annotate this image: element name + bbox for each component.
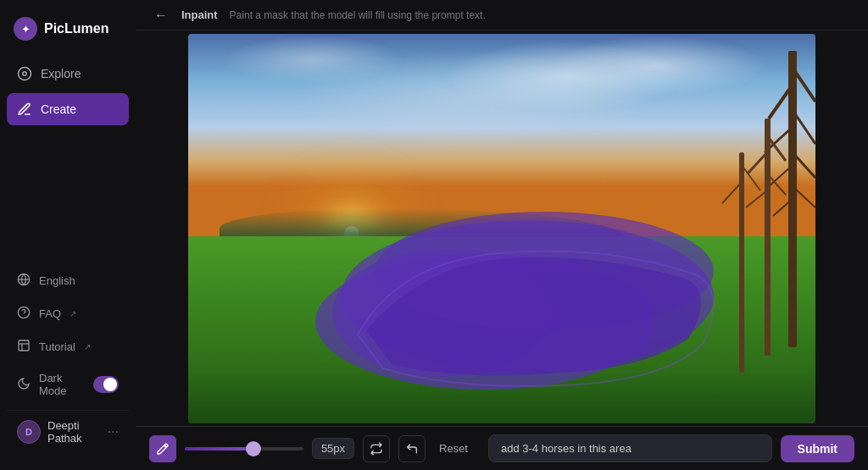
back-button[interactable]: ← <box>149 6 173 25</box>
bottom-toolbar: 55px Reset Submit <box>136 426 868 470</box>
sidebar-item-explore[interactable]: Explore <box>7 58 129 90</box>
tutorial-external-icon: ↗ <box>84 342 91 351</box>
toggle-thumb <box>103 378 117 391</box>
globe-icon <box>17 273 31 289</box>
reset-button[interactable]: Reset <box>434 442 473 455</box>
prompt-input[interactable] <box>488 434 772 462</box>
dark-mode-icon <box>17 377 31 393</box>
logo-area: ✦ PicLumen <box>0 10 136 58</box>
faq-label: FAQ <box>39 307 61 320</box>
svg-rect-6 <box>19 340 29 351</box>
sidebar-item-create[interactable]: Create <box>7 93 129 125</box>
faq-icon <box>17 306 31 322</box>
canvas-area[interactable] <box>136 30 868 426</box>
dark-mode-row: Dark Mode <box>7 364 129 405</box>
page-title: Inpaint <box>181 8 218 21</box>
tutorial-label: Tutorial <box>39 340 75 353</box>
page-subtitle: Paint a mask that the model will fill us… <box>230 9 486 21</box>
english-label: English <box>39 274 75 287</box>
explore-label: Explore <box>41 67 81 80</box>
main-content: ← Inpaint Paint a mask that the model wi… <box>136 0 868 470</box>
user-initials: D <box>25 427 32 437</box>
flip-button[interactable] <box>363 435 390 462</box>
logo-text: PicLumen <box>44 21 108 36</box>
sidebar-bottom: English FAQ ↗ <box>0 265 136 460</box>
brush-size-slider-container <box>185 447 303 451</box>
sidebar-item-english[interactable]: English <box>7 265 129 296</box>
tutorial-icon <box>17 339 31 355</box>
brush-size-slider[interactable] <box>185 447 303 451</box>
undo-button[interactable] <box>398 435 426 462</box>
svg-line-20 <box>748 152 767 174</box>
image-canvas[interactable] <box>188 34 815 423</box>
app-container: ✦ PicLumen Explore <box>0 0 868 470</box>
svg-point-1 <box>23 72 27 76</box>
dark-mode-label: Dark Mode <box>39 372 85 397</box>
submit-button[interactable]: Submit <box>781 435 854 462</box>
faq-external-icon: ↗ <box>70 309 76 318</box>
svg-point-0 <box>19 68 31 80</box>
logo-icon: ✦ <box>14 17 37 41</box>
user-avatar: D <box>17 420 41 444</box>
create-label: Create <box>41 102 76 116</box>
user-more-icon[interactable]: ··· <box>108 424 119 440</box>
sidebar-item-tutorial[interactable]: Tutorial ↗ <box>7 331 129 362</box>
brush-size-label: 55px <box>312 438 354 459</box>
slider-thumb[interactable] <box>246 441 261 456</box>
nav-items: Explore Create <box>0 58 136 265</box>
top-bar: ← Inpaint Paint a mask that the model wi… <box>136 0 868 30</box>
sidebar-item-faq[interactable]: FAQ ↗ <box>7 298 129 329</box>
trees-right-svg <box>646 34 815 423</box>
user-name: Deepti Pathak <box>47 419 101 445</box>
brush-tool-button[interactable] <box>149 435 176 462</box>
create-icon <box>17 102 32 117</box>
sidebar: ✦ PicLumen Explore <box>0 0 136 470</box>
svg-line-22 <box>746 191 767 207</box>
explore-icon <box>17 66 32 81</box>
slider-fill <box>185 447 253 451</box>
svg-line-25 <box>722 182 742 203</box>
svg-rect-23 <box>739 152 744 373</box>
dark-mode-toggle[interactable] <box>93 376 119 393</box>
user-row[interactable]: D Deepti Pathak ··· <box>7 410 129 453</box>
